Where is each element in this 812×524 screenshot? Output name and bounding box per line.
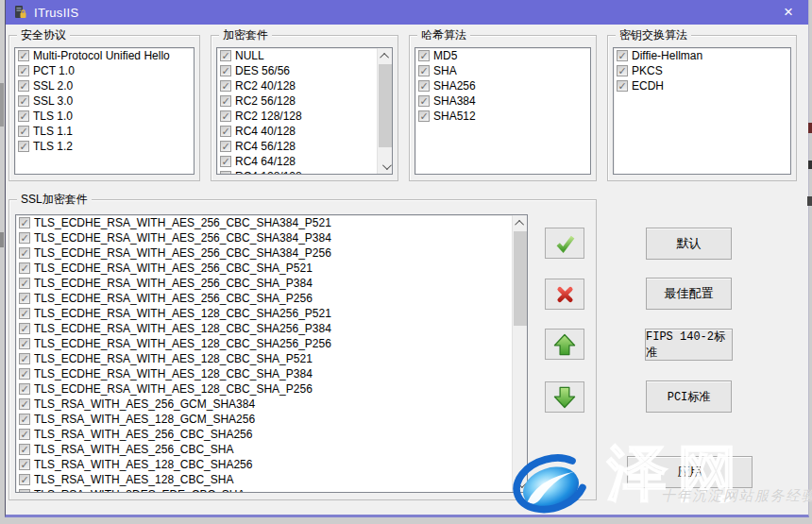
ssl-suite-list-item[interactable]: ✓ TLS_RSA_WITH_AES_128_CBC_SHA bbox=[16, 472, 512, 487]
key-exchange-list-item[interactable]: ✓ PKCS bbox=[614, 63, 790, 78]
ssl-suite-list-item[interactable]: ✓ TLS_ECDHE_RSA_WITH_AES_256_CBC_SHA384_… bbox=[16, 245, 512, 261]
checkbox-checked-icon[interactable]: ✓ bbox=[220, 171, 231, 175]
hash-list-item[interactable]: ✓ SHA bbox=[415, 63, 590, 78]
checkbox-checked-icon[interactable]: ✓ bbox=[220, 95, 231, 107]
cipher-list-item[interactable]: ✓ RC2 128/128 bbox=[217, 109, 377, 124]
hash-list-item[interactable]: ✓ SHA256 bbox=[415, 78, 590, 93]
fips-140-2-button[interactable]: FIPS 140-2标准 bbox=[645, 329, 733, 361]
protocol-list-item[interactable]: ✓ TLS 1.2 bbox=[15, 139, 194, 154]
checkbox-checked-icon[interactable]: ✓ bbox=[220, 50, 231, 61]
cipher-list-item[interactable]: ✓ RC2 40/128 bbox=[217, 78, 377, 93]
checkbox-checked-icon[interactable]: ✓ bbox=[19, 232, 30, 244]
ssl-suite-list-item[interactable]: ✓ TLS_RSA_WITH_AES_128_GCM_SHA256 bbox=[16, 412, 512, 427]
ssl-suite-list-item[interactable]: ✓ TLS_ECDHE_RSA_WITH_AES_128_CBC_SHA256_… bbox=[16, 336, 512, 351]
cipher-list-item[interactable]: ✓ RC4 56/128 bbox=[217, 139, 377, 154]
ciphers-listbox[interactable]: ✓ NULL ✓ DES 56/56 ✓ RC2 40/128 ✓ bbox=[216, 47, 393, 175]
move-down-button[interactable] bbox=[545, 381, 584, 413]
scrollbar-thumb[interactable] bbox=[514, 231, 527, 326]
checkbox-checked-icon[interactable]: ✓ bbox=[18, 50, 29, 61]
checkbox-checked-icon[interactable]: ✓ bbox=[220, 110, 231, 122]
checkbox-checked-icon[interactable]: ✓ bbox=[418, 80, 430, 92]
checkbox-checked-icon[interactable]: ✓ bbox=[19, 398, 30, 410]
checkbox-checked-icon[interactable]: ✓ bbox=[19, 383, 30, 395]
checkbox-checked-icon[interactable]: ✓ bbox=[19, 353, 30, 364]
ssl-suite-list-item[interactable]: ✓ TLS_ECDHE_RSA_WITH_AES_256_CBC_SHA_P38… bbox=[16, 276, 512, 291]
cipher-list-item[interactable]: ✓ RC4 64/128 bbox=[217, 154, 377, 169]
checkbox-checked-icon[interactable]: ✓ bbox=[418, 65, 430, 76]
checkbox-checked-icon[interactable]: ✓ bbox=[418, 95, 430, 107]
cipher-list-item[interactable]: ✓ RC2 56/128 bbox=[217, 93, 377, 109]
scrollbar-thumb[interactable] bbox=[379, 64, 392, 147]
checkbox-checked-icon[interactable]: ✓ bbox=[617, 80, 628, 92]
protocol-list-item[interactable]: ✓ SSL 3.0 bbox=[15, 93, 194, 109]
move-up-button[interactable] bbox=[545, 329, 584, 360]
checkbox-checked-icon[interactable]: ✓ bbox=[18, 141, 29, 152]
hash-list-item[interactable]: ✓ SHA384 bbox=[415, 93, 590, 109]
hash-list-item[interactable]: ✓ MD5 bbox=[415, 48, 590, 63]
ssl-suite-list-item[interactable]: ✓ TLS_RSA_WITH_AES_256_CBC_SHA256 bbox=[16, 427, 512, 442]
default-button[interactable]: 默认 bbox=[646, 228, 732, 260]
cipher-list-item[interactable]: ✓ RC4 40/128 bbox=[217, 124, 377, 139]
scroll-down-icon[interactable] bbox=[378, 159, 393, 174]
checkbox-checked-icon[interactable]: ✓ bbox=[19, 459, 30, 470]
checkbox-checked-icon[interactable]: ✓ bbox=[617, 65, 628, 76]
checkbox-checked-icon[interactable]: ✓ bbox=[19, 474, 30, 485]
checkbox-checked-icon[interactable]: ✓ bbox=[19, 429, 30, 440]
scroll-up-icon[interactable] bbox=[513, 215, 528, 230]
checkbox-checked-icon[interactable]: ✓ bbox=[19, 217, 30, 228]
checkbox-checked-icon[interactable]: ✓ bbox=[18, 95, 29, 107]
protocol-list-item[interactable]: ✓ Multi-Protocol Unified Hello bbox=[15, 48, 194, 63]
checkbox-checked-icon[interactable]: ✓ bbox=[418, 50, 430, 61]
key-exchange-list-item[interactable]: ✓ ECDH bbox=[614, 78, 790, 93]
ssl-suites-scrollbar[interactable] bbox=[512, 215, 527, 492]
checkbox-checked-icon[interactable]: ✓ bbox=[220, 80, 231, 92]
cipher-list-item[interactable]: ✓ NULL bbox=[217, 48, 377, 63]
checkbox-checked-icon[interactable]: ✓ bbox=[19, 262, 30, 274]
checkbox-checked-icon[interactable]: ✓ bbox=[19, 338, 30, 349]
checkbox-checked-icon[interactable]: ✓ bbox=[18, 65, 29, 76]
checkbox-checked-icon[interactable]: ✓ bbox=[19, 293, 30, 304]
protocol-list-item[interactable]: ✓ TLS 1.1 bbox=[15, 124, 194, 139]
key-exchange-list-item[interactable]: ✓ Diffie-Hellman bbox=[614, 48, 790, 63]
reject-button[interactable] bbox=[545, 279, 584, 310]
protocol-list-item[interactable]: ✓ TLS 1.0 bbox=[15, 109, 194, 124]
checkbox-checked-icon[interactable]: ✓ bbox=[19, 368, 30, 380]
checkbox-checked-icon[interactable]: ✓ bbox=[19, 414, 30, 425]
ssl-suite-list-item[interactable]: ✓ TLS_RSA_WITH_3DES_EDE_CBC_SHA bbox=[16, 487, 512, 493]
cipher-list-item[interactable]: ✓ DES 56/56 bbox=[217, 63, 377, 78]
protocol-list-item[interactable]: ✓ SSL 2.0 bbox=[15, 78, 194, 93]
title-bar[interactable]: ITrusIIS × bbox=[6, 0, 808, 25]
ssl-suite-list-item[interactable]: ✓ TLS_ECDHE_RSA_WITH_AES_128_CBC_SHA256_… bbox=[16, 306, 512, 321]
ssl-suite-list-item[interactable]: ✓ TLS_ECDHE_RSA_WITH_AES_256_CBC_SHA384_… bbox=[16, 230, 512, 245]
ssl-suite-list-item[interactable]: ✓ TLS_ECDHE_RSA_WITH_AES_128_CBC_SHA256_… bbox=[16, 321, 512, 336]
checkbox-checked-icon[interactable]: ✓ bbox=[19, 444, 30, 455]
checkbox-checked-icon[interactable]: ✓ bbox=[617, 50, 628, 61]
ssl-suite-list-item[interactable]: ✓ TLS_ECDHE_RSA_WITH_AES_256_CBC_SHA_P52… bbox=[16, 261, 512, 276]
ssl-suite-list-item[interactable]: ✓ TLS_ECDHE_RSA_WITH_AES_128_CBC_SHA_P25… bbox=[16, 381, 512, 397]
ssl-suites-listbox[interactable]: ✓ TLS_ECDHE_RSA_WITH_AES_256_CBC_SHA384_… bbox=[15, 214, 528, 493]
cipher-list-item[interactable]: ✓ RC4 128/128 bbox=[217, 169, 377, 175]
ssl-suite-list-item[interactable]: ✓ TLS_RSA_WITH_AES_128_CBC_SHA256 bbox=[16, 457, 512, 472]
ssl-suite-list-item[interactable]: ✓ TLS_ECDHE_RSA_WITH_AES_256_CBC_SHA_P25… bbox=[16, 291, 512, 306]
checkbox-checked-icon[interactable]: ✓ bbox=[220, 141, 231, 152]
scroll-up-icon[interactable] bbox=[378, 48, 393, 63]
checkbox-checked-icon[interactable]: ✓ bbox=[220, 126, 231, 137]
scroll-down-icon[interactable] bbox=[513, 477, 528, 492]
ciphers-scrollbar[interactable] bbox=[377, 48, 392, 174]
ssl-suite-list-item[interactable]: ✓ TLS_ECDHE_RSA_WITH_AES_128_CBC_SHA_P52… bbox=[16, 351, 512, 366]
hashes-listbox[interactable]: ✓ MD5 ✓ SHA ✓ SHA256 ✓ bbox=[414, 47, 591, 175]
hash-list-item[interactable]: ✓ SHA512 bbox=[415, 109, 590, 124]
checkbox-checked-icon[interactable]: ✓ bbox=[220, 65, 231, 76]
pci-standard-button[interactable]: PCI标准 bbox=[646, 380, 732, 413]
checkbox-checked-icon[interactable]: ✓ bbox=[418, 110, 430, 122]
checkbox-checked-icon[interactable]: ✓ bbox=[18, 80, 29, 92]
ssl-suite-list-item[interactable]: ✓ TLS_ECDHE_RSA_WITH_AES_256_CBC_SHA384_… bbox=[16, 215, 512, 230]
ssl-suite-list-item[interactable]: ✓ TLS_RSA_WITH_AES_256_CBC_SHA bbox=[16, 442, 512, 457]
ssl-suite-list-item[interactable]: ✓ TLS_RSA_WITH_AES_256_GCM_SHA384 bbox=[16, 397, 512, 412]
apply-button[interactable]: 应用 bbox=[627, 456, 753, 488]
protocol-list-item[interactable]: ✓ PCT 1.0 bbox=[15, 63, 194, 78]
protocols-listbox[interactable]: ✓ Multi-Protocol Unified Hello ✓ PCT 1.0… bbox=[14, 47, 195, 175]
checkbox-checked-icon[interactable]: ✓ bbox=[19, 308, 30, 319]
checkbox-checked-icon[interactable]: ✓ bbox=[19, 489, 30, 493]
accept-button[interactable] bbox=[545, 228, 584, 259]
